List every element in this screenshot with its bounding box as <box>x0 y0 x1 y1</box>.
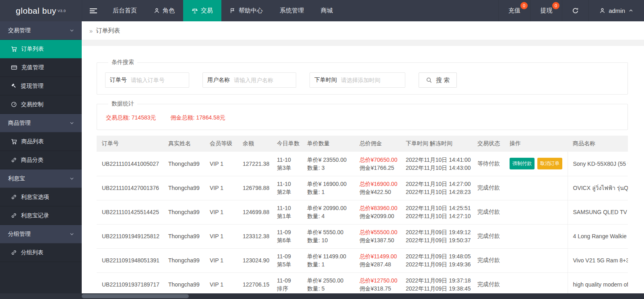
total-commission: 总价¥12750.00佣金¥318.75 <box>354 272 400 297</box>
real-name: Thongcha99 <box>163 224 204 248</box>
sidebar-group-product-management[interactable]: 商品管理 <box>0 114 82 132</box>
recharge-label: 充值 <box>508 7 520 14</box>
price-qty: 单价¥ 16900.00数量: 1 <box>302 176 354 200</box>
real-name: Thongcha99 <box>163 248 204 272</box>
col-real-name: 真实姓名 <box>163 136 204 152</box>
search-button[interactable]: 搜 索 <box>419 72 457 88</box>
stats-legend: 数据统计 <box>108 100 137 107</box>
sidebar-group-interest-treasure[interactable]: 利息宝 <box>0 169 82 188</box>
order-times: 2022年11月09日 19:49:122022年11月09日 19:50:37 <box>400 224 472 248</box>
stats-fieldset: 数据统计 交易总额: 714583元 佣金总额: 17864.58元 <box>97 100 628 130</box>
user-menu[interactable]: admin <box>588 0 644 21</box>
nav-item-help-center[interactable]: 帮助中心 <box>221 0 271 21</box>
sidebar-item-product-list[interactable]: 商品列表 <box>0 132 82 151</box>
page-title: 订单列表 <box>96 27 120 35</box>
sidebar-toggle-button[interactable] <box>82 0 104 21</box>
gavel-icon <box>11 83 17 89</box>
col-today-orders: 今日单数 <box>272 136 302 152</box>
row-actions <box>504 248 568 272</box>
total-amount-stat: 交易总额: 714583元 <box>106 114 156 122</box>
person-icon <box>154 8 160 14</box>
col-status: 交易状态 <box>472 136 504 152</box>
commission-total-stat: 佣金总额: 17864.58元 <box>171 114 225 122</box>
horizontal-scrollbar[interactable] <box>0 293 644 299</box>
nav-item-mall[interactable]: 商城 <box>312 0 341 21</box>
sidebar-item-product-category[interactable]: 商品分类 <box>0 151 82 169</box>
price-qty: 单价¥ 5550.00数量: 10 <box>302 224 354 248</box>
vip-level: VIP 1 <box>204 272 237 297</box>
sidebar-item-recharge-management[interactable]: 充值管理 <box>0 58 82 77</box>
content-panel: 条件搜索 订单号 用户名称 下单时间 <box>82 46 644 299</box>
cancel-order-button[interactable]: 取消订单 <box>537 158 562 169</box>
order-times: 2022年11月10日 14:41:002022年11月10日 14:43:00 <box>400 152 472 176</box>
withdraw-link[interactable]: 提现 0 <box>530 0 562 21</box>
sidebar-group-label: 商品管理 <box>8 120 31 127</box>
search-legend: 条件搜索 <box>108 59 137 66</box>
total-commission: 总价¥70650.00佣金¥1766.25 <box>354 152 400 176</box>
row-actions: 强制付款取消订单 <box>504 152 568 176</box>
sidebar-group-trade-management[interactable]: 交易管理 <box>0 21 82 40</box>
sidebar-item-withdraw-management[interactable]: 提现管理 <box>0 77 82 95</box>
price-qty: 单价¥ 23550.00数量: 3 <box>302 152 354 176</box>
sidebar-group-label: 交易管理 <box>8 27 31 34</box>
order-time-input[interactable] <box>339 77 405 83</box>
sidebar-item-label: 利息宝选项 <box>21 194 49 201</box>
scrollbar-thumb[interactable] <box>82 294 189 298</box>
col-total-commission: 总价佣金 <box>354 136 400 152</box>
today-orders: 11-10第3单 <box>272 152 302 176</box>
force-pay-button[interactable]: 强制付款 <box>510 158 535 169</box>
nav-label: 商城 <box>321 7 333 14</box>
cart-icon <box>11 46 17 52</box>
total-commission: 总价¥16900.00佣金¥422.50 <box>354 176 400 200</box>
brand-logo[interactable]: global buyV3.0 <box>0 0 82 21</box>
refresh-button[interactable] <box>562 0 588 21</box>
sidebar-item-label: 提现管理 <box>21 82 43 90</box>
orders-table-wrap: 订单号 真实姓名 会员等级 余额 今日单数 单价数量 总价佣金 下单时间 解冻时… <box>97 136 628 297</box>
col-actions: 操作 <box>504 136 568 152</box>
product-name: high quality modern off <box>568 272 628 297</box>
link-icon <box>11 157 17 163</box>
order-no: UB2211101427001376 <box>97 176 163 200</box>
nav-item-trade[interactable]: 交易 <box>183 0 221 21</box>
nav-item-dashboard[interactable]: 后台首页 <box>104 0 145 21</box>
sidebar-item-order-list[interactable]: 订单列表 <box>0 40 82 58</box>
row-actions <box>504 176 568 200</box>
order-times: 2022年11月10日 14:27:002022年11月10日 14:28:23 <box>400 176 472 200</box>
sidebar-group-label: 分组管理 <box>8 231 31 238</box>
col-level: 会员等级 <box>204 136 237 152</box>
order-times: 2022年11月10日 14:25:512022年11月10日 14:27:10 <box>400 200 472 224</box>
sidebar-item-label: 订单列表 <box>21 45 44 53</box>
sidebar-item-group-list[interactable]: 分组列表 <box>0 243 82 262</box>
order-no-input[interactable] <box>128 77 189 83</box>
nav-item-system[interactable]: 系统管理 <box>271 0 312 21</box>
user-name-input[interactable] <box>231 77 296 83</box>
table-row: UB2211091937189717 Thongcha99 VIP 1 1227… <box>97 272 628 297</box>
order-no-label: 订单号 <box>105 76 128 84</box>
search-fieldset: 条件搜索 订单号 用户名称 下单时间 <box>97 59 628 95</box>
link-icon <box>11 250 17 256</box>
order-no-field: 订单号 <box>105 72 189 88</box>
col-price-qty: 单价数量 <box>302 136 354 152</box>
sidebar-item-interest-options[interactable]: 利息宝选项 <box>0 188 82 206</box>
chevron-down-icon <box>69 231 74 237</box>
user-name-field: 用户名称 <box>202 72 296 88</box>
status-badge: 完成付款 <box>472 200 504 224</box>
status-badge: 完成付款 <box>472 176 504 200</box>
nav-label: 交易 <box>201 7 213 14</box>
sidebar-item-interest-records[interactable]: 利息宝记录 <box>0 206 82 225</box>
status-badge: 完成付款 <box>472 248 504 272</box>
real-name: Thongcha99 <box>163 152 204 176</box>
vip-level: VIP 1 <box>204 176 237 200</box>
sidebar-item-label: 商品分类 <box>21 157 43 164</box>
refresh-icon <box>572 7 579 14</box>
recharge-link[interactable]: 充值 0 <box>498 0 530 21</box>
balance: 123312.38 <box>237 224 272 248</box>
order-times: 2022年11月09日 19:37:182022年11月09日 19:38:45 <box>400 272 472 297</box>
balance: 122706.15 <box>237 272 272 297</box>
col-product: 商品名称 <box>568 136 628 152</box>
breadcrumb-separator-icon: » <box>89 27 93 34</box>
nav-item-roles[interactable]: 角色 <box>145 0 183 21</box>
sidebar-item-trade-control[interactable]: 交易控制 <box>0 95 82 114</box>
table-row: UB2211091948051391 Thongcha99 VIP 1 1230… <box>97 248 628 272</box>
sidebar-group-grouping-management[interactable]: 分组管理 <box>0 225 82 243</box>
